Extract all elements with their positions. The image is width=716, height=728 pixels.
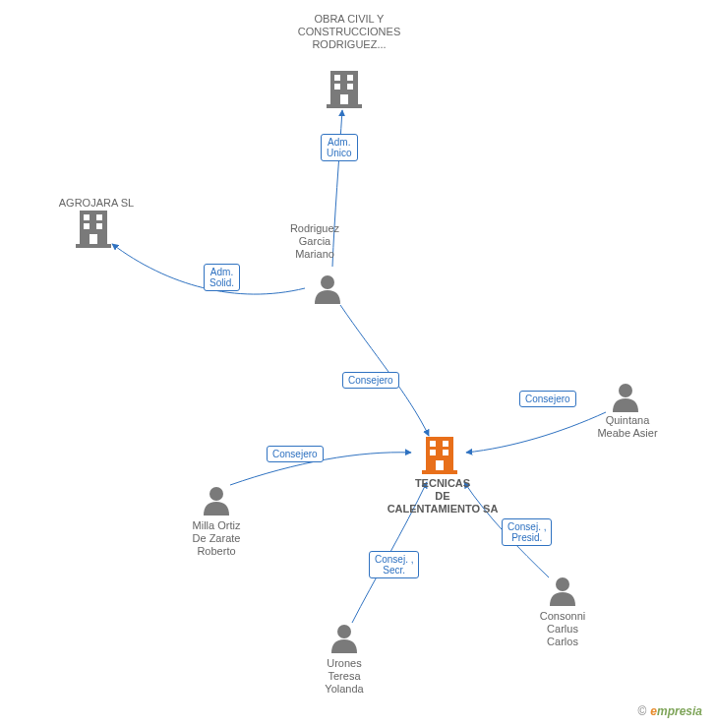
person-icon [331,625,357,653]
building-icon [327,71,362,108]
node-label-rodriguez: Rodriguez Garcia Mariano [275,222,354,262]
edge-label-consejero-quintana: Consejero [519,391,576,407]
person-icon [315,275,340,304]
node-label-urones: Urones Teresa Yolanda [310,657,379,697]
edge-label-consejero-milla: Consejero [267,446,324,462]
node-label-consonni: Consonni Carlus Carlos [528,610,597,649]
edge-consejero-quintana [466,412,606,453]
edge-consejero-rodriguez [340,305,429,436]
person-icon [204,487,229,516]
building-icon [422,437,457,474]
person-icon [613,384,638,412]
network-svg [0,0,716,728]
node-label-quintana: Quintana Meabe Asier [588,414,667,440]
edge-label-consejero-rodriguez: Consejero [342,372,399,389]
diagram-canvas: OBRA CIVIL Y CONSTRUCCIONES RODRIGUEZ...… [0,0,716,728]
copyright-symbol: © [637,704,646,718]
person-icon [550,577,575,606]
brand-first-letter: e [650,704,657,718]
brand-rest: mpresia [657,704,702,718]
node-label-agrojara: AGROJARA SL [47,197,146,210]
node-label-milla: Milla Ortiz De Zarate Roberto [177,519,256,559]
edge-label-adm-unico: Adm. Unico [321,134,358,161]
building-icon [76,211,111,248]
node-label-tecnicas: TECNICAS DE CALENTAMIENTO SA [379,477,507,516]
edge-label-consej-presid: Consej. , Presid. [502,518,552,546]
edge-label-consej-secr: Consej. , Secr. [369,551,419,578]
node-label-obra: OBRA CIVIL Y CONSTRUCCIONES RODRIGUEZ... [295,13,403,52]
edge-label-adm-solid: Adm. Solid. [204,264,240,291]
copyright: ©empresia [637,704,702,718]
